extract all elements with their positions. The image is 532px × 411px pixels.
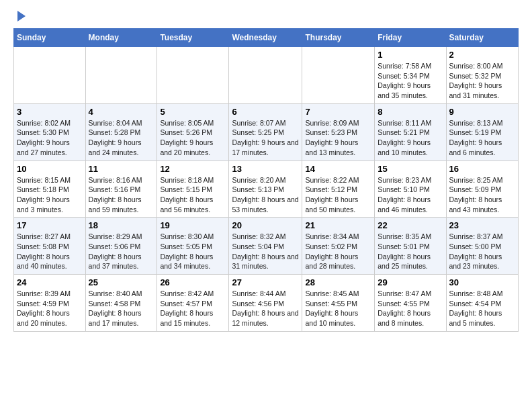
calendar-cell: 26Sunrise: 8:42 AM Sunset: 4:57 PM Dayli… [157,275,229,332]
day-info: Sunrise: 8:44 AM Sunset: 4:56 PM Dayligh… [232,289,299,328]
day-number: 22 [378,220,443,230]
day-number: 17 [17,220,83,230]
page-header [13,13,519,21]
calendar-cell: 29Sunrise: 8:47 AM Sunset: 4:55 PM Dayli… [375,275,446,332]
calendar-cell: 3Sunrise: 8:02 AM Sunset: 5:30 PM Daylig… [14,103,86,161]
day-number: 13 [232,164,299,174]
header-tuesday: Tuesday [157,29,229,47]
day-info: Sunrise: 8:34 AM Sunset: 5:02 PM Dayligh… [305,232,371,271]
day-number: 10 [17,164,83,174]
calendar-cell: 16Sunrise: 8:25 AM Sunset: 5:09 PM Dayli… [446,161,518,218]
calendar-cell: 10Sunrise: 8:15 AM Sunset: 5:18 PM Dayli… [14,161,86,218]
day-info: Sunrise: 8:40 AM Sunset: 4:58 PM Dayligh… [89,289,154,328]
day-info: Sunrise: 8:27 AM Sunset: 5:08 PM Dayligh… [17,232,83,271]
calendar-cell [302,47,375,104]
calendar-cell: 8Sunrise: 8:11 AM Sunset: 5:21 PM Daylig… [375,103,446,161]
day-number: 25 [89,277,154,287]
day-info: Sunrise: 8:09 AM Sunset: 5:23 PM Dayligh… [305,118,371,158]
day-number: 11 [89,164,154,174]
header-sunday: Sunday [14,29,86,47]
day-info: Sunrise: 7:58 AM Sunset: 5:34 PM Dayligh… [378,61,443,101]
calendar-cell: 24Sunrise: 8:39 AM Sunset: 4:59 PM Dayli… [14,275,86,332]
day-info: Sunrise: 8:04 AM Sunset: 5:28 PM Dayligh… [89,118,154,158]
calendar-cell: 13Sunrise: 8:20 AM Sunset: 5:13 PM Dayli… [229,161,302,218]
day-info: Sunrise: 8:15 AM Sunset: 5:18 PM Dayligh… [17,175,83,215]
day-info: Sunrise: 8:16 AM Sunset: 5:16 PM Dayligh… [89,175,154,215]
day-number: 3 [17,107,83,117]
day-info: Sunrise: 8:22 AM Sunset: 5:12 PM Dayligh… [305,175,371,215]
calendar-cell: 21Sunrise: 8:34 AM Sunset: 5:02 PM Dayli… [302,218,375,275]
day-number: 27 [232,277,299,287]
calendar-cell: 19Sunrise: 8:30 AM Sunset: 5:05 PM Dayli… [157,218,229,275]
calendar-week-row: 24Sunrise: 8:39 AM Sunset: 4:59 PM Dayli… [14,275,519,332]
calendar-cell [14,47,86,104]
calendar-cell: 2Sunrise: 8:00 AM Sunset: 5:32 PM Daylig… [446,47,518,104]
day-number: 28 [305,277,371,287]
calendar-cell: 25Sunrise: 8:40 AM Sunset: 4:58 PM Dayli… [85,275,157,332]
calendar-cell: 30Sunrise: 8:48 AM Sunset: 4:54 PM Dayli… [446,275,518,332]
day-number: 15 [378,164,443,174]
calendar-cell: 5Sunrise: 8:05 AM Sunset: 5:26 PM Daylig… [157,103,229,161]
calendar-week-row: 1Sunrise: 7:58 AM Sunset: 5:34 PM Daylig… [14,47,519,104]
header-friday: Friday [375,29,446,47]
calendar-cell: 14Sunrise: 8:22 AM Sunset: 5:12 PM Dayli… [302,161,375,218]
day-number: 20 [232,220,299,230]
logo-arrow-icon [17,11,26,21]
day-number: 8 [378,107,443,117]
day-info: Sunrise: 8:18 AM Sunset: 5:15 PM Dayligh… [160,175,226,215]
calendar-week-row: 10Sunrise: 8:15 AM Sunset: 5:18 PM Dayli… [14,161,519,218]
calendar-cell: 12Sunrise: 8:18 AM Sunset: 5:15 PM Dayli… [157,161,229,218]
day-number: 23 [449,220,515,230]
calendar-cell [85,47,157,104]
calendar-cell: 6Sunrise: 8:07 AM Sunset: 5:25 PM Daylig… [229,103,302,161]
day-number: 9 [449,107,515,117]
day-number: 1 [378,50,443,60]
day-info: Sunrise: 8:02 AM Sunset: 5:30 PM Dayligh… [17,118,83,158]
calendar-cell: 1Sunrise: 7:58 AM Sunset: 5:34 PM Daylig… [375,47,446,104]
calendar-cell: 9Sunrise: 8:13 AM Sunset: 5:19 PM Daylig… [446,103,518,161]
day-number: 7 [305,107,371,117]
calendar-cell: 4Sunrise: 8:04 AM Sunset: 5:28 PM Daylig… [85,103,157,161]
day-number: 14 [305,164,371,174]
calendar-cell: 28Sunrise: 8:45 AM Sunset: 4:55 PM Dayli… [302,275,375,332]
day-info: Sunrise: 8:42 AM Sunset: 4:57 PM Dayligh… [160,289,226,328]
calendar-cell [157,47,229,104]
header-saturday: Saturday [446,29,518,47]
day-number: 4 [89,107,154,117]
calendar-cell: 15Sunrise: 8:23 AM Sunset: 5:10 PM Dayli… [375,161,446,218]
calendar-cell: 7Sunrise: 8:09 AM Sunset: 5:23 PM Daylig… [302,103,375,161]
day-number: 2 [449,50,515,60]
day-info: Sunrise: 8:48 AM Sunset: 4:54 PM Dayligh… [449,289,515,328]
day-info: Sunrise: 8:13 AM Sunset: 5:19 PM Dayligh… [449,118,515,158]
day-info: Sunrise: 8:37 AM Sunset: 5:00 PM Dayligh… [449,232,515,271]
day-number: 26 [160,277,226,287]
calendar-header-row: SundayMondayTuesdayWednesdayThursdayFrid… [14,29,519,47]
day-info: Sunrise: 8:20 AM Sunset: 5:13 PM Dayligh… [232,175,299,215]
calendar-cell: 11Sunrise: 8:16 AM Sunset: 5:16 PM Dayli… [85,161,157,218]
header-wednesday: Wednesday [229,29,302,47]
day-info: Sunrise: 8:32 AM Sunset: 5:04 PM Dayligh… [232,232,299,271]
calendar-cell: 17Sunrise: 8:27 AM Sunset: 5:08 PM Dayli… [14,218,86,275]
day-number: 19 [160,220,226,230]
day-number: 24 [17,277,83,287]
day-number: 30 [449,277,515,287]
day-number: 6 [232,107,299,117]
day-info: Sunrise: 8:23 AM Sunset: 5:10 PM Dayligh… [378,175,443,215]
day-info: Sunrise: 8:11 AM Sunset: 5:21 PM Dayligh… [378,118,443,158]
calendar-cell: 20Sunrise: 8:32 AM Sunset: 5:04 PM Dayli… [229,218,302,275]
day-number: 18 [89,220,154,230]
day-info: Sunrise: 8:47 AM Sunset: 4:55 PM Dayligh… [378,289,443,328]
calendar-cell: 23Sunrise: 8:37 AM Sunset: 5:00 PM Dayli… [446,218,518,275]
day-number: 5 [160,107,226,117]
day-info: Sunrise: 8:35 AM Sunset: 5:01 PM Dayligh… [378,232,443,271]
day-number: 21 [305,220,371,230]
header-thursday: Thursday [302,29,375,47]
calendar-week-row: 17Sunrise: 8:27 AM Sunset: 5:08 PM Dayli… [14,218,519,275]
calendar-cell: 27Sunrise: 8:44 AM Sunset: 4:56 PM Dayli… [229,275,302,332]
header-monday: Monday [85,29,157,47]
day-info: Sunrise: 8:00 AM Sunset: 5:32 PM Dayligh… [449,61,515,101]
calendar-cell [229,47,302,104]
day-info: Sunrise: 8:45 AM Sunset: 4:55 PM Dayligh… [305,289,371,328]
day-number: 29 [378,277,443,287]
calendar-table: SundayMondayTuesdayWednesdayThursdayFrid… [13,28,519,332]
